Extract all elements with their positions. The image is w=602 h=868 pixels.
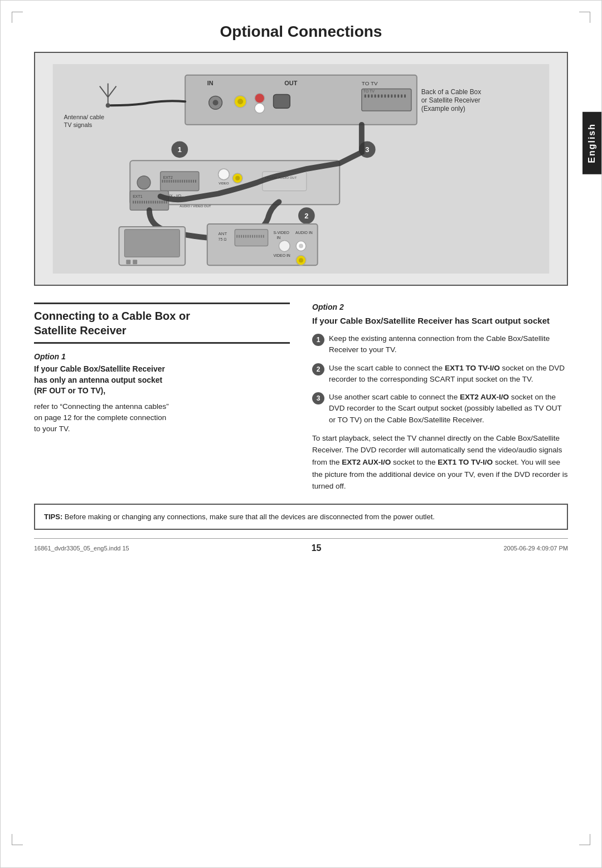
- corner-mark-tr: [579, 12, 590, 23]
- svg-text:AUDIO / VIDEO OUT: AUDIO / VIDEO OUT: [179, 204, 211, 208]
- svg-rect-58: [191, 180, 192, 183]
- svg-point-119: [299, 258, 303, 262]
- option2-main-heading: If your Cable Box/Satellite Receiver has…: [312, 315, 568, 326]
- svg-rect-55: [184, 180, 185, 183]
- svg-rect-46: [164, 180, 166, 183]
- svg-rect-50: [173, 180, 174, 183]
- svg-text:2: 2: [304, 212, 308, 220]
- svg-text:Antenna/ cable: Antenna/ cable: [64, 114, 105, 120]
- svg-rect-18: [378, 94, 380, 97]
- svg-point-42: [137, 176, 151, 189]
- svg-rect-16: [371, 94, 373, 97]
- item-3-text: Use another scart cable to connect the E…: [329, 392, 568, 426]
- svg-rect-71: [139, 201, 140, 203]
- svg-rect-15: [368, 94, 370, 97]
- section-title: Connecting to a Cable Box orSatellite Re…: [34, 303, 290, 344]
- svg-text:EXT1: EXT1: [133, 194, 142, 198]
- content-columns: Connecting to a Cable Box orSatellite Re…: [34, 303, 568, 492]
- bullet-1: 1: [312, 334, 324, 346]
- svg-rect-66: [130, 191, 168, 211]
- svg-rect-69: [135, 201, 136, 203]
- svg-rect-104: [250, 235, 251, 238]
- svg-rect-105: [252, 235, 253, 238]
- svg-rect-81: [162, 201, 163, 203]
- svg-text:OUT: OUT: [284, 80, 297, 86]
- svg-rect-26: [404, 94, 406, 97]
- svg-rect-92: [126, 260, 130, 264]
- svg-rect-100: [241, 235, 242, 238]
- left-column: Connecting to a Cable Box orSatellite Re…: [34, 303, 290, 492]
- svg-rect-60: [195, 180, 196, 183]
- svg-text:AUDIO IN: AUDIO IN: [295, 231, 313, 235]
- corner-mark-tl: [12, 12, 23, 23]
- svg-rect-102: [245, 235, 246, 238]
- tips-box: TIPS: Before making or changing any conn…: [34, 504, 568, 530]
- svg-text:TO TV: TO TV: [362, 80, 378, 86]
- svg-rect-17: [375, 94, 376, 97]
- svg-rect-23: [394, 94, 396, 97]
- page-title: Optional Connections: [34, 23, 568, 41]
- svg-text:IN: IN: [276, 236, 280, 240]
- svg-text:TV signals: TV signals: [64, 121, 93, 128]
- svg-text:1: 1: [178, 145, 182, 154]
- tips-label: TIPS:: [44, 513, 62, 521]
- svg-rect-25: [401, 94, 402, 97]
- item-1-text: Keep the existing antenna connection fro…: [329, 333, 568, 356]
- svg-rect-53: [179, 180, 181, 183]
- svg-text:IN: IN: [207, 80, 213, 86]
- svg-point-62: [219, 169, 230, 180]
- footer-left: 16861_dvdr3305_05_eng5.indd 15: [34, 545, 129, 552]
- svg-rect-72: [142, 201, 143, 203]
- page-number: 15: [312, 543, 322, 553]
- svg-rect-76: [151, 201, 152, 203]
- svg-rect-98: [236, 235, 237, 238]
- svg-rect-19: [381, 94, 382, 97]
- svg-rect-74: [146, 201, 147, 203]
- svg-text:TO TV: TO TV: [363, 89, 375, 93]
- right-column: Option 2 If your Cable Box/Satellite Rec…: [312, 303, 568, 492]
- svg-rect-73: [144, 201, 145, 203]
- numbered-item-1: 1 Keep the existing antenna connection f…: [312, 333, 568, 356]
- svg-text:(Example only): (Example only): [421, 105, 465, 113]
- svg-text:ANT: ANT: [219, 231, 227, 236]
- footer-right: 2005-06-29 4:09:07 PM: [503, 545, 568, 552]
- svg-point-113: [279, 241, 290, 252]
- corner-mark-br: [579, 834, 590, 845]
- option2-label: Option 2: [312, 303, 568, 311]
- svg-text:or Satellite Receiver: or Satellite Receiver: [421, 96, 480, 104]
- option1-body: refer to “Connecting the antenna cables”…: [34, 401, 290, 435]
- svg-text:3: 3: [365, 145, 369, 154]
- svg-rect-75: [148, 201, 149, 203]
- svg-point-36: [106, 103, 110, 108]
- corner-mark-bl: [12, 834, 23, 845]
- svg-rect-109: [261, 235, 262, 238]
- svg-rect-68: [133, 201, 134, 203]
- svg-text:EXT2: EXT2: [163, 175, 173, 179]
- tips-text: Before making or changing any connection…: [65, 513, 435, 521]
- svg-point-65: [235, 176, 240, 181]
- svg-point-9: [255, 93, 265, 103]
- svg-rect-24: [397, 94, 399, 97]
- svg-rect-70: [137, 201, 138, 203]
- svg-rect-54: [182, 180, 183, 183]
- english-tab: English: [582, 112, 601, 174]
- svg-rect-108: [259, 235, 260, 238]
- svg-rect-110: [263, 235, 264, 238]
- svg-text:S-VIDEO: S-VIDEO: [274, 231, 290, 235]
- svg-point-6: [213, 100, 219, 105]
- svg-rect-47: [167, 180, 168, 183]
- svg-point-8: [237, 99, 243, 104]
- playback-text: To start playback, select the TV channel…: [312, 432, 568, 492]
- svg-rect-11: [274, 94, 290, 108]
- diagram-area: IN OUT TO TV TO TV: [34, 52, 568, 286]
- svg-rect-49: [171, 180, 172, 183]
- svg-rect-22: [391, 94, 392, 97]
- diagram-svg: IN OUT TO TV TO TV: [46, 64, 556, 274]
- svg-rect-57: [188, 180, 190, 183]
- svg-rect-107: [256, 235, 258, 238]
- svg-rect-79: [157, 201, 158, 203]
- svg-rect-91: [124, 230, 179, 257]
- svg-rect-52: [177, 180, 178, 183]
- numbered-item-2: 2 Use the scart cable to connect the EXT…: [312, 363, 568, 386]
- svg-rect-59: [193, 180, 194, 183]
